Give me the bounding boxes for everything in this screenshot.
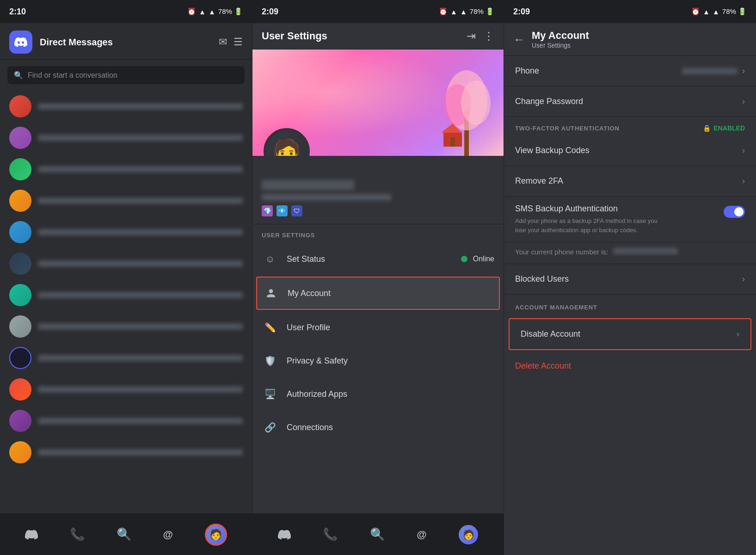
dm-header-icons: ✉ ☰ bbox=[219, 36, 243, 48]
remove-2fa-chevron: › bbox=[742, 176, 745, 186]
dm-contact-name bbox=[38, 197, 243, 204]
phone-setting-item[interactable]: Phone › bbox=[504, 56, 756, 86]
more-options-icon[interactable]: ⋮ bbox=[483, 30, 494, 43]
two-factor-header: TWO-FACTOR AUTHENTICATION 🔒 ENABLED bbox=[504, 117, 756, 136]
list-item[interactable] bbox=[4, 185, 248, 216]
delete-account-item[interactable]: Delete Account bbox=[504, 353, 756, 379]
view-backup-codes-item[interactable]: View Backup Codes › bbox=[504, 136, 756, 166]
change-password-item[interactable]: Change Password › bbox=[504, 86, 756, 117]
profile-banner: 🧑 bbox=[252, 49, 504, 156]
phone-value-blurred bbox=[682, 68, 738, 74]
avatar bbox=[9, 284, 31, 306]
badge-eye: 👁 bbox=[277, 205, 288, 216]
list-item[interactable] bbox=[4, 279, 248, 311]
call-icon-2[interactable]: 📞 bbox=[323, 527, 338, 542]
phone-label: Phone bbox=[515, 66, 539, 76]
user-settings-header: User Settings ⇥ ⋮ bbox=[252, 23, 504, 49]
avatar bbox=[9, 221, 31, 243]
discord-home-icon-2[interactable] bbox=[278, 530, 291, 540]
profile-avatar-container: 🧑 bbox=[264, 128, 310, 156]
dm-list bbox=[0, 91, 252, 513]
sidebar-item-connections[interactable]: 🔗 Connections bbox=[252, 411, 504, 444]
list-item[interactable] bbox=[4, 122, 248, 154]
settings-header-icons: ⇥ ⋮ bbox=[467, 30, 494, 43]
sms-toggle[interactable] bbox=[724, 206, 745, 218]
sms-title: SMS Backup Authentication bbox=[515, 204, 663, 214]
add-dm-icon[interactable]: ✉ bbox=[219, 36, 227, 48]
profile-avatar-button-2[interactable]: 🧑 bbox=[459, 525, 478, 544]
my-account-icon bbox=[263, 285, 279, 302]
sidebar-item-my-account[interactable]: My Account bbox=[256, 277, 500, 310]
dm-contact-name bbox=[38, 386, 243, 393]
list-item[interactable] bbox=[4, 154, 248, 185]
dm-contact-name bbox=[38, 166, 243, 173]
avatar bbox=[9, 347, 31, 369]
profile-tag bbox=[262, 194, 391, 201]
logout-icon[interactable]: ⇥ bbox=[467, 30, 476, 43]
user-profile-icon: ✏️ bbox=[262, 319, 278, 336]
status-icons-2: ⏰ ▲ ▲ 78% 🔋 bbox=[439, 7, 494, 16]
search-icon-2[interactable]: 🔍 bbox=[370, 527, 385, 542]
profile-display-name bbox=[262, 180, 354, 190]
profile-avatar[interactable]: 🧑 bbox=[264, 128, 310, 156]
two-factor-enabled-badge: 🔒 ENABLED bbox=[703, 124, 745, 132]
remove-2fa-item[interactable]: Remove 2FA › bbox=[504, 166, 756, 197]
view-backup-codes-label: View Backup Codes bbox=[515, 146, 590, 155]
user-settings-section-label: USER SETTINGS bbox=[252, 224, 504, 242]
sidebar-item-privacy-safety[interactable]: 🛡️ Privacy & Safety bbox=[252, 344, 504, 377]
sidebar-item-authorized-apps[interactable]: 🖥️ Authorized Apps bbox=[252, 377, 504, 411]
list-item[interactable] bbox=[4, 437, 248, 468]
change-password-right: › bbox=[742, 97, 745, 106]
list-item[interactable] bbox=[4, 342, 248, 374]
disable-account-item[interactable]: Disable Account › bbox=[509, 318, 751, 350]
dm-contact-name bbox=[38, 418, 243, 424]
sidebar-item-set-status[interactable]: ☺ Set Status Online bbox=[252, 242, 504, 276]
menu-icon[interactable]: ☰ bbox=[234, 36, 243, 48]
privacy-icon: 🛡️ bbox=[262, 352, 278, 369]
badge-gem: 💎 bbox=[262, 205, 273, 216]
backup-codes-right: › bbox=[742, 146, 745, 155]
search-bottom-icon[interactable]: 🔍 bbox=[117, 527, 131, 542]
blocked-users-item[interactable]: Blocked Users › bbox=[504, 264, 756, 295]
call-icon[interactable]: 📞 bbox=[70, 527, 85, 542]
list-item[interactable] bbox=[4, 248, 248, 279]
my-account-title: My Account bbox=[532, 30, 589, 42]
lock-icon: 🔒 bbox=[703, 124, 711, 132]
list-item[interactable] bbox=[4, 405, 248, 437]
wifi-icon-3: ▲ bbox=[713, 8, 719, 16]
list-item[interactable] bbox=[4, 216, 248, 248]
my-account-subtitle: User Settings bbox=[532, 42, 589, 49]
dm-contact-name bbox=[38, 260, 243, 267]
avatar bbox=[9, 378, 31, 401]
profile-badges: 💎 👁 🛡 bbox=[262, 205, 494, 216]
search-bar[interactable]: 🔍 Find or start a conversation bbox=[7, 66, 245, 84]
discord-home-icon[interactable] bbox=[25, 528, 38, 541]
profile-avatar-button[interactable]: 🧑 ▼ bbox=[205, 524, 227, 546]
status-value: Online bbox=[473, 255, 494, 263]
panel-direct-messages: 2:10 ⏰ ▲ ▲ 78% 🔋 Direct Messages ✉ ☰ 🔍 F… bbox=[0, 0, 252, 555]
sms-backup-item: SMS Backup Authentication Add your phone… bbox=[504, 197, 756, 242]
online-dot-indicator bbox=[461, 256, 467, 262]
enabled-text: ENABLED bbox=[713, 124, 745, 132]
list-item[interactable] bbox=[4, 374, 248, 405]
account-management-label: ACCOUNT MANAGEMENT bbox=[504, 295, 756, 315]
blocked-users-chevron: › bbox=[742, 274, 745, 284]
dm-contact-name bbox=[38, 292, 243, 298]
status-bar-1: 2:10 ⏰ ▲ ▲ 78% 🔋 bbox=[0, 0, 252, 23]
battery-icon-3: 78% 🔋 bbox=[722, 7, 747, 16]
signal-icon-2: ▲ bbox=[450, 8, 457, 16]
status-icons-1: ⏰ ▲ ▲ 78% 🔋 bbox=[187, 7, 243, 16]
two-factor-label: TWO-FACTOR AUTHENTICATION bbox=[515, 125, 620, 132]
bottom-nav-bar: 📞 🔍 @ 🧑 ▼ bbox=[0, 513, 252, 555]
list-item[interactable] bbox=[4, 91, 248, 122]
my-account-label: My Account bbox=[288, 289, 331, 298]
mention-icon-2[interactable]: @ bbox=[417, 529, 426, 541]
connections-label: Connections bbox=[287, 423, 333, 432]
battery-icon-2: 78% 🔋 bbox=[470, 7, 494, 16]
list-item[interactable] bbox=[4, 311, 248, 342]
panel-user-settings: 2:09 ⏰ ▲ ▲ 78% 🔋 User Settings ⇥ ⋮ bbox=[252, 0, 504, 555]
mention-icon[interactable]: @ bbox=[163, 529, 172, 541]
sidebar-item-user-profile[interactable]: ✏️ User Profile bbox=[252, 311, 504, 344]
blocked-users-label: Blocked Users bbox=[515, 274, 569, 284]
back-button[interactable]: ← bbox=[513, 32, 525, 47]
